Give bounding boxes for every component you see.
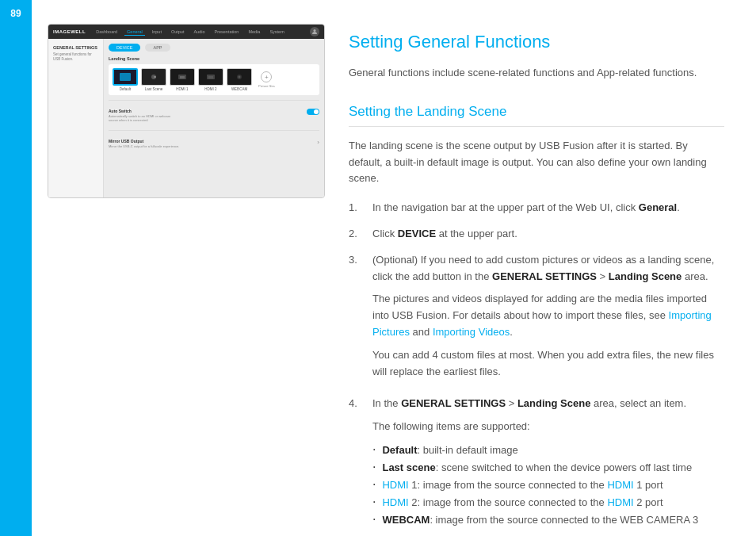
right-panel: Setting General Functions General functi… <box>341 0 756 536</box>
bullet-hdmi1-link2[interactable]: HDMI <box>607 479 633 491</box>
bullet-list: · Default: built-in default image · Last… <box>372 442 724 529</box>
step-3-para2: The pictures and videos displayed for ad… <box>372 291 724 340</box>
bullet-dot-5: · <box>372 511 376 526</box>
bullet-dot-4: · <box>372 494 376 509</box>
step-3: 3. (Optional) If you need to add custom … <box>349 252 724 387</box>
left-panel: IMAGEWELL Dashboard General Input Output… <box>32 0 341 536</box>
sc-landing-webcam: WEBCAM <box>227 68 252 91</box>
step-3-para3: You can add 4 custom files at most. When… <box>372 347 724 381</box>
sc-tab-app: APP <box>145 44 170 52</box>
sc-user-icon <box>310 27 319 36</box>
sc-logo: IMAGEWELL <box>53 29 86 34</box>
step-3-bold1: GENERAL SETTINGS <box>492 270 597 282</box>
step-1-content: In the navigation bar at the upper part … <box>372 200 724 216</box>
sc-divider <box>109 100 319 101</box>
sc-setting-autoswitch: Auto Switch Automatically switch to an H… <box>109 105 319 125</box>
sc-section-landing: Landing Scene <box>109 56 319 61</box>
bullet-hdmi2-link1[interactable]: HDMI <box>382 496 408 508</box>
sc-add-icon: + <box>261 71 272 82</box>
sc-add-picture: + Picture files <box>255 68 278 91</box>
bullet-hdmi1: · HDMI 1: image from the source connecte… <box>372 477 724 494</box>
section-desc: The landing scene is the scene output by… <box>349 138 724 187</box>
bullet-dot-3: · <box>372 477 376 492</box>
main-title: Setting General Functions <box>349 32 724 52</box>
page-number: 89 <box>0 0 32 536</box>
sc-landing-label-default: Default <box>120 87 131 91</box>
bullet-hdmi1-text: HDMI 1: image from the source connected … <box>382 477 662 494</box>
step-4-content: In the GENERAL SETTINGS > Landing Scene … <box>372 396 724 529</box>
section-title: Setting the Landing Scene <box>349 104 724 127</box>
bullet-default: · Default: built-in default image <box>372 442 724 459</box>
bullet-hdmi1-link1[interactable]: HDMI <box>382 479 408 491</box>
bullet-hdmi2: · HDMI 2: image from the source connecte… <box>372 494 724 511</box>
step-2-number: 2. <box>349 226 365 243</box>
sc-mirrorusb-desc: Mirror the USB-C output for a fullscale … <box>109 144 179 148</box>
sc-landing-hdmi2: HDMI 2 <box>198 68 223 91</box>
sc-setting-mirrorusb: Mirror USB Output Mirror the USB-C outpu… <box>109 136 319 151</box>
sc-landing-label-lastscene: Last Scene <box>145 87 163 91</box>
sc-mirrorusb-label: Mirror USB Output <box>109 139 179 144</box>
step-2: 2. Click DEVICE at the upper part. <box>349 226 724 243</box>
svg-point-8 <box>239 76 241 78</box>
sc-landing-label-webcam: WEBCAM <box>231 87 247 91</box>
sc-nav-media: Media <box>246 29 262 35</box>
sc-nav-dashboard: Dashboard <box>94 29 120 35</box>
sc-landing-label-hdmi2: HDMI 2 <box>204 87 216 91</box>
bullet-hdmi2-link2[interactable]: HDMI <box>607 496 633 508</box>
step-4-bold1: GENERAL SETTINGS <box>401 397 506 409</box>
step-3-content: (Optional) If you need to add custom pic… <box>372 252 724 387</box>
sc-nav-audio: Audio <box>191 29 207 35</box>
sc-nav-general: General <box>124 29 145 36</box>
step-3-number: 3. <box>349 252 365 387</box>
bullet-webcam: · WEBCAM: image from the source connecte… <box>372 511 724 529</box>
sc-body: GENERAL SETTINGS Set general functions f… <box>48 39 324 197</box>
sc-landing-thumb-webcam <box>227 68 252 86</box>
sc-nav-system: System <box>267 29 286 35</box>
intro-text: General functions include scene-related … <box>349 65 724 82</box>
sc-autoswitch-desc: Automatically switch to an HDMI or webca… <box>109 114 170 122</box>
step-4-number: 4. <box>349 396 365 529</box>
sc-mirrorusb-chevron: › <box>317 139 319 146</box>
svg-point-0 <box>314 29 316 32</box>
sc-nav-presentation: Presentation <box>212 29 242 35</box>
step-1: 1. In the navigation bar at the upper pa… <box>349 200 724 216</box>
steps-list: 1. In the navigation bar at the upper pa… <box>349 200 724 529</box>
sc-tab-device: DEVICE <box>109 44 140 52</box>
sc-landing-lastscene: Last Scene <box>141 68 166 91</box>
sc-sidebar-title: GENERAL SETTINGS <box>53 45 98 50</box>
sc-autoswitch-toggle[interactable] <box>307 109 319 115</box>
sc-landing-default: Default <box>113 68 138 91</box>
bullet-webcam-text: WEBCAM: image from the source connected … <box>382 511 698 529</box>
sc-sidebar-sub: Set general functions for USB Fusion. <box>53 52 98 63</box>
sc-sidebar: GENERAL SETTINGS Set general functions f… <box>48 39 104 197</box>
sc-main: DEVICE APP Landing Scene Default <box>104 39 324 197</box>
step-3-link1[interactable]: Importing Pictures <box>372 309 712 338</box>
sc-tabs: DEVICE APP <box>109 44 319 52</box>
sc-landing-grid: Default Last Scene HDMI 1 <box>109 64 319 95</box>
step-4-para1: In the GENERAL SETTINGS > Landing Scene … <box>372 396 724 412</box>
sc-divider2 <box>109 130 319 131</box>
step-4: 4. In the GENERAL SETTINGS > Landing Sce… <box>349 396 724 529</box>
bullet-default-text: Default: built-in default image <box>382 442 517 459</box>
sc-nav-output: Output <box>169 29 187 35</box>
bullet-dot-2: · <box>372 459 376 474</box>
sc-landing-label-hdmi1: HDMI 1 <box>176 87 188 91</box>
sc-nav-input: Input <box>150 29 164 35</box>
sc-landing-thumb-default <box>113 68 138 86</box>
step-4-sub: The following items are supported: <box>372 419 724 435</box>
step-2-content: Click DEVICE at the upper part. <box>372 226 724 243</box>
sc-landing-thumb-hdmi1 <box>170 68 195 86</box>
sc-default-icon <box>120 73 131 81</box>
bullet-lastscene-bold: Last scene <box>382 461 435 473</box>
step-3-para1: (Optional) If you need to add custom pic… <box>372 252 724 285</box>
step-1-bold: General <box>639 201 677 213</box>
bullet-dot-1: · <box>372 442 376 457</box>
bullet-lastscene-text: Last scene: scene switched to when the d… <box>382 459 692 477</box>
step-3-link2[interactable]: Importing Videos <box>433 326 510 338</box>
bullet-lastscene: · Last scene: scene switched to when the… <box>372 459 724 477</box>
step-3-bold2: Landing Scene <box>609 270 682 282</box>
svg-rect-4 <box>180 76 185 78</box>
screenshot: IMAGEWELL Dashboard General Input Output… <box>48 24 325 198</box>
sc-landing-thumb-hdmi2 <box>198 68 223 86</box>
sc-landing-thumb-lastscene <box>141 68 166 86</box>
